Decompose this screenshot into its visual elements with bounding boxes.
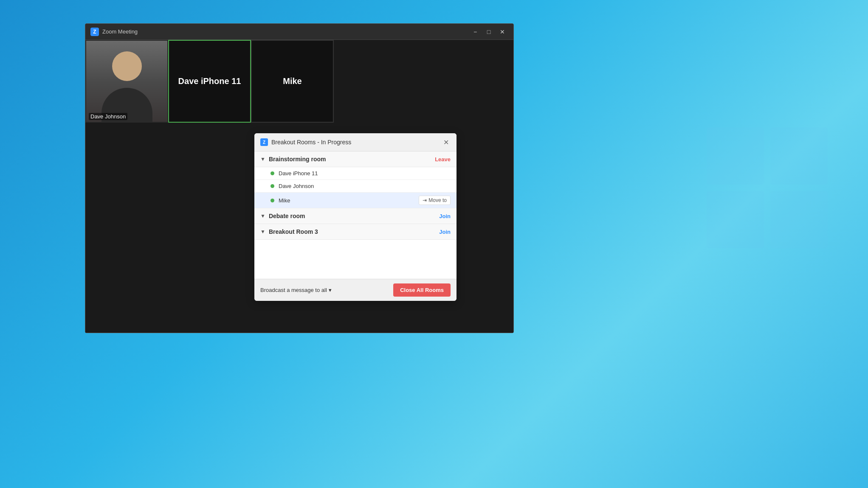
close-button[interactable]: ✕ [496, 28, 508, 36]
breakout-panel-footer: Broadcast a message to all ▾ Close All R… [254, 279, 457, 301]
breakout-close-button[interactable]: ✕ [441, 137, 451, 147]
breakout-title: Breakout Rooms - In Progress [271, 139, 441, 146]
debate-room-name: Debate room [269, 213, 439, 219]
thumbnail-dave-johnson[interactable]: Dave Johnson [85, 40, 168, 123]
brainstorming-leave-button[interactable]: Leave [435, 156, 451, 163]
maximize-button[interactable]: □ [483, 28, 495, 36]
mike-label: Mike [283, 76, 302, 86]
zoom-window: Z Zoom Meeting − □ ✕ Dave [85, 23, 514, 333]
broadcast-label: Broadcast a message to all [260, 287, 327, 293]
chevron-down-icon-room3: ▼ [260, 229, 265, 235]
chevron-down-icon-debate: ▼ [260, 213, 265, 219]
thumbnail-dave-iphone[interactable]: Dave iPhone 11 [168, 40, 251, 123]
breakout-rooms-list: ▼ Brainstorming room Leave Dave iPhone 1… [254, 151, 457, 279]
dave-johnson-photo [86, 41, 167, 122]
close-all-rooms-button[interactable]: Close All Rooms [393, 283, 451, 297]
move-icon: ⇥ [423, 197, 427, 203]
svg-rect-1 [770, 127, 828, 185]
debate-room-row[interactable]: ▼ Debate room Join [254, 208, 457, 224]
broadcast-button[interactable]: Broadcast a message to all ▾ [260, 287, 332, 293]
move-to-button[interactable]: ⇥ Move to [419, 196, 451, 205]
window-title: Zoom Meeting [102, 28, 469, 35]
participant-dave-iphone: Dave iPhone 11 [254, 167, 457, 180]
dave-johnson-label: Dave Johnson [89, 113, 127, 120]
title-bar: Z Zoom Meeting − □ ✕ [85, 24, 513, 40]
window-controls: − □ ✕ [469, 28, 508, 36]
svg-rect-2 [707, 191, 764, 248]
breakout-panel-header: Z Breakout Rooms - In Progress ✕ [254, 133, 457, 151]
minimize-button[interactable]: − [469, 28, 481, 36]
participant-online-dot [271, 171, 274, 175]
chevron-down-icon-broadcast: ▾ [329, 287, 332, 293]
dave-iphone-label: Dave iPhone 11 [178, 76, 241, 86]
brainstorming-room-row[interactable]: ▼ Brainstorming room Leave [254, 151, 457, 167]
person-head [112, 51, 142, 81]
breakout-room-3-row[interactable]: ▼ Breakout Room 3 Join [254, 224, 457, 240]
breakout-icon: Z [260, 138, 268, 146]
participant-name-dave-iphone: Dave iPhone 11 [279, 170, 451, 177]
move-to-label: Move to [428, 197, 447, 203]
debate-join-button[interactable]: Join [439, 213, 451, 219]
breakout-room-3-name: Breakout Room 3 [269, 228, 439, 235]
thumbnail-mike[interactable]: Mike [251, 40, 334, 123]
svg-rect-0 [707, 127, 764, 185]
zoom-icon: Z [90, 28, 99, 36]
video-area: Dave Dave Johnson Dave iPhone 11 [85, 40, 513, 333]
participant-online-dot-2 [271, 184, 274, 188]
brainstorming-room-name: Brainstorming room [269, 156, 435, 163]
windows-logo-decoration [707, 85, 834, 297]
thumbnails-row: Dave Johnson Dave iPhone 11 Mike [85, 40, 513, 123]
svg-rect-3 [770, 191, 828, 248]
participant-online-dot-3 [271, 199, 274, 202]
participant-mike: Mike ⇥ Move to [254, 193, 457, 208]
participant-name-mike: Mike [279, 197, 419, 204]
breakout-panel: Z Breakout Rooms - In Progress ✕ ▼ Brain… [254, 133, 457, 301]
participant-name-dave-johnson: Dave Johnson [279, 183, 451, 189]
participant-dave-johnson: Dave Johnson [254, 180, 457, 193]
breakout-room-3-join-button[interactable]: Join [439, 229, 451, 235]
desktop: Z Zoom Meeting − □ ✕ Dave [0, 0, 868, 488]
chevron-down-icon: ▼ [260, 156, 265, 162]
